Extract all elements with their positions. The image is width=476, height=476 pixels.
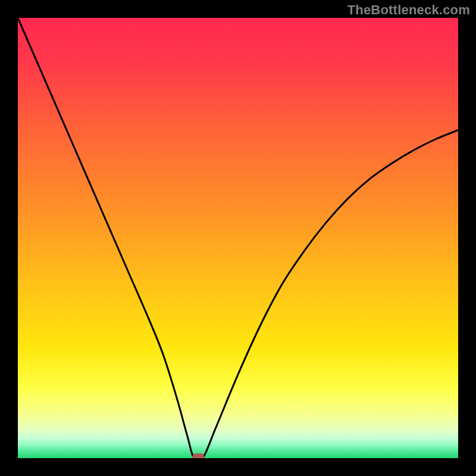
gradient-background [18, 18, 458, 458]
optimal-point-marker [192, 453, 204, 458]
watermark-text: TheBottleneck.com [347, 2, 470, 18]
chart-frame: TheBottleneck.com [0, 0, 476, 476]
plot-svg [18, 18, 458, 458]
plot-area [18, 18, 458, 458]
